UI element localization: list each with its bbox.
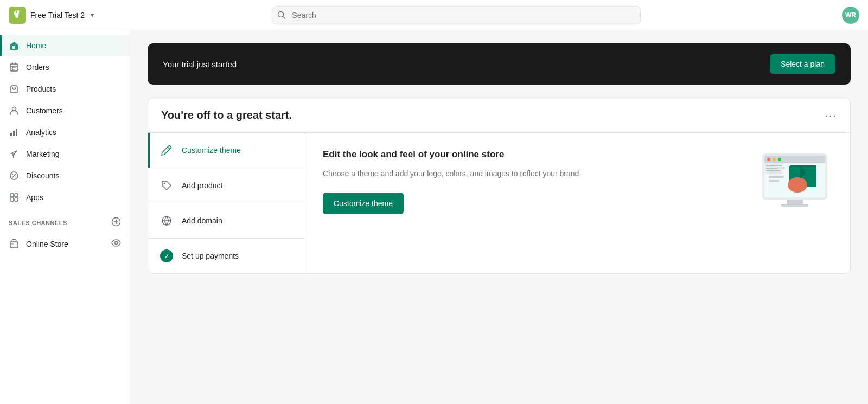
svg-rect-13 <box>10 198 14 201</box>
svg-rect-37 <box>769 180 780 182</box>
customize-theme-label: Customize theme <box>182 146 241 155</box>
svg-rect-24 <box>781 204 808 207</box>
svg-rect-16 <box>10 242 18 248</box>
store-illustration <box>757 148 833 213</box>
header-left: Free Trial Test 2 ▼ <box>9 7 171 24</box>
layout: Home Orders Pro <box>0 30 868 404</box>
marketing-icon <box>9 149 20 159</box>
sidebar-item-home[interactable]: Home <box>0 35 130 56</box>
tag-icon <box>159 178 174 193</box>
customers-icon <box>9 105 20 116</box>
step-detail-content: Edit the look and feel of your online st… <box>323 148 744 258</box>
svg-point-9 <box>12 174 13 175</box>
globe-icon <box>159 213 174 228</box>
main-content: Your trial just started Select a plan Yo… <box>130 30 868 404</box>
trial-message: Your trial just started <box>163 60 237 69</box>
online-store-label: Online Store <box>26 240 105 248</box>
store-name: Free Trial Test 2 <box>30 11 85 20</box>
products-icon <box>9 84 20 94</box>
svg-rect-17 <box>11 243 14 245</box>
step-customize-theme[interactable]: Customize theme <box>148 133 305 168</box>
sidebar-item-marketing[interactable]: Marketing <box>0 143 130 165</box>
home-icon <box>9 40 20 51</box>
search-bar <box>272 6 641 24</box>
online-store-icon <box>9 239 20 249</box>
more-options-button[interactable]: ··· <box>825 109 837 121</box>
sales-channels-section: SALES CHANNELS <box>0 208 130 233</box>
search-input[interactable] <box>272 6 641 24</box>
sidebar-item-apps-label: Apps <box>26 193 121 202</box>
card-body: Customize theme Add product <box>148 133 850 273</box>
svg-rect-41 <box>766 170 780 171</box>
header: Free Trial Test 2 ▼ WR <box>0 0 868 30</box>
svg-rect-39 <box>766 165 782 166</box>
sidebar-item-orders[interactable]: Orders <box>0 56 130 78</box>
sales-channels-label: SALES CHANNELS <box>9 220 67 226</box>
shopify-logo-icon <box>9 7 26 24</box>
svg-rect-6 <box>13 131 15 136</box>
svg-point-29 <box>778 158 781 161</box>
step-detail-description: Choose a theme and add your logo, colors… <box>323 168 744 179</box>
eye-icon[interactable] <box>111 238 121 250</box>
sidebar-item-home-label: Home <box>26 41 121 50</box>
sidebar-item-discounts[interactable]: Discounts <box>0 165 130 187</box>
steps-list: Customize theme Add product <box>148 133 305 273</box>
step-detail: Edit the look and feel of your online st… <box>305 133 850 273</box>
apps-icon <box>9 192 20 203</box>
svg-point-19 <box>164 183 165 184</box>
sidebar-item-products-label: Products <box>26 85 121 93</box>
check-circle-icon: ✓ <box>159 248 174 264</box>
search-icon <box>277 11 286 20</box>
step-add-product[interactable]: Add product <box>148 168 305 203</box>
sidebar-item-products[interactable]: Products <box>0 78 130 100</box>
svg-rect-23 <box>787 200 803 204</box>
header-right: WR <box>842 7 859 24</box>
step-set-up-payments[interactable]: ✓ Set up payments <box>148 239 305 273</box>
sidebar-item-analytics-label: Analytics <box>26 128 121 137</box>
sidebar-item-apps[interactable]: Apps <box>0 187 130 208</box>
sidebar-item-customers[interactable]: Customers <box>0 100 130 121</box>
analytics-icon <box>9 127 20 138</box>
svg-rect-12 <box>15 194 18 197</box>
svg-rect-2 <box>12 46 15 49</box>
sidebar: Home Orders Pro <box>0 30 130 404</box>
sidebar-item-marketing-label: Marketing <box>26 150 121 158</box>
step-add-domain[interactable]: Add domain <box>148 203 305 239</box>
discounts-icon <box>9 170 20 181</box>
select-plan-button[interactable]: Select a plan <box>770 54 835 74</box>
trial-banner: Your trial just started Select a plan <box>148 43 851 85</box>
card-header: You're off to a great start. ··· <box>148 98 850 133</box>
set-up-payments-label: Set up payments <box>182 252 239 260</box>
sidebar-item-analytics[interactable]: Analytics <box>0 121 130 143</box>
add-sales-channel-button[interactable] <box>111 217 121 228</box>
sidebar-item-orders-label: Orders <box>26 63 121 72</box>
svg-point-28 <box>773 158 776 161</box>
svg-point-33 <box>788 177 807 193</box>
sidebar-item-online-store[interactable]: Online Store <box>0 233 130 255</box>
add-product-label: Add product <box>182 181 223 190</box>
svg-rect-40 <box>766 168 778 169</box>
svg-rect-14 <box>15 198 18 201</box>
svg-rect-7 <box>16 129 17 136</box>
add-domain-label: Add domain <box>182 216 222 225</box>
dropdown-arrow-icon[interactable]: ▼ <box>89 11 95 19</box>
step-detail-title: Edit the look and feel of your online st… <box>323 148 744 161</box>
svg-point-10 <box>15 177 16 177</box>
orders-icon <box>9 62 20 73</box>
svg-rect-36 <box>769 176 784 178</box>
getting-started-card: You're off to a great start. ··· <box>148 98 851 274</box>
avatar[interactable]: WR <box>842 7 859 24</box>
sidebar-item-customers-label: Customers <box>26 106 121 115</box>
svg-rect-5 <box>10 133 12 136</box>
card-title: You're off to a great start. <box>161 109 292 121</box>
svg-point-18 <box>115 242 118 245</box>
svg-rect-11 <box>10 194 14 197</box>
paintbrush-icon <box>159 143 174 158</box>
sidebar-item-discounts-label: Discounts <box>26 171 121 180</box>
svg-point-27 <box>767 158 770 161</box>
customize-theme-button[interactable]: Customize theme <box>323 193 404 214</box>
